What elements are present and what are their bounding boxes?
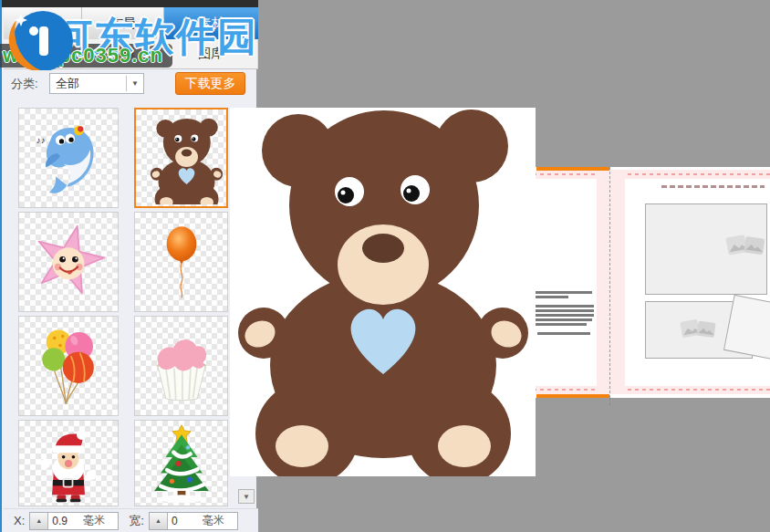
download-more-button[interactable]: 下载更多 [175,72,245,95]
orange-balloon-icon [142,216,221,308]
teddy-bear-preview-image [230,108,536,476]
category-dropdown[interactable]: 全部 ▼ [49,73,144,94]
bleed-guide-bottom [511,386,770,394]
asset-thumb-teddy-bear[interactable] [134,108,228,208]
left-page-text-block [532,291,596,337]
x-label: X: [14,514,25,527]
asset-thumb-santa-claus[interactable] [18,420,119,506]
width-value[interactable]: 0 [168,515,203,527]
svg-text:♪♪: ♪♪ [36,135,46,145]
scroll-down-icon: ▼ [243,493,250,501]
balloon-bunch-icon [27,321,109,411]
photo-placeholder-icon [724,230,768,263]
album-canvas[interactable] [511,167,770,398]
photo-placeholder-1[interactable] [645,203,767,295]
teddy-bear-icon [140,111,224,204]
bleed-guide-center [597,170,625,394]
category-dropdown-value: 全部 [50,76,126,92]
fold-tick-mark [609,398,610,405]
x-field-group: ▲ 0.9 毫米 [29,512,119,530]
watermark-logo-icon [3,6,83,70]
page-fold-line [609,167,610,398]
photo-placeholder-icon [679,315,719,345]
position-status-bar: X: ▲ 0.9 毫米 宽: ▲ 0 毫米 [4,508,258,532]
bleed-guide-top [511,170,770,179]
right-page-caption [661,185,765,188]
width-spin-up-button[interactable]: ▲ [150,513,168,529]
x-spin-up-button[interactable]: ▲ [30,513,48,529]
santa-claus-icon [27,420,109,506]
cupcake-icon [140,322,223,410]
scroll-down-button[interactable]: ▼ [238,489,255,504]
asset-thumb-pink-star[interactable] [18,212,119,312]
asset-thumb-christmas-tree[interactable] [134,420,228,506]
dolphin-icon: ♪♪ [28,116,109,200]
x-value[interactable]: 0.9 [48,515,83,527]
width-label: 宽: [129,513,144,529]
asset-thumb-cupcake[interactable] [134,316,228,416]
page-edge-bar-bottom [536,394,609,398]
asset-thumb-orange-balloon[interactable] [134,212,228,312]
asset-thumb-dolphin[interactable]: ♪♪ [18,108,119,208]
category-label: 分类: [11,76,38,92]
x-unit: 毫米 [83,513,118,528]
pink-star-icon [26,219,110,305]
width-unit: 毫米 [203,513,237,528]
selected-asset-preview[interactable] [230,108,536,476]
download-more-label: 下载更多 [185,76,236,92]
width-field-group: ▲ 0 毫米 [149,512,238,530]
asset-panel: 图片 布局 素材 背景 边框 图库 分类: 全部 ▼ 下载更多 ♪♪ [0,0,256,532]
christmas-tree-icon [141,420,222,506]
page-edge-bar-top [536,167,609,171]
asset-thumb-balloon-bunch[interactable] [18,316,119,416]
chevron-down-icon: ▼ [127,79,143,88]
